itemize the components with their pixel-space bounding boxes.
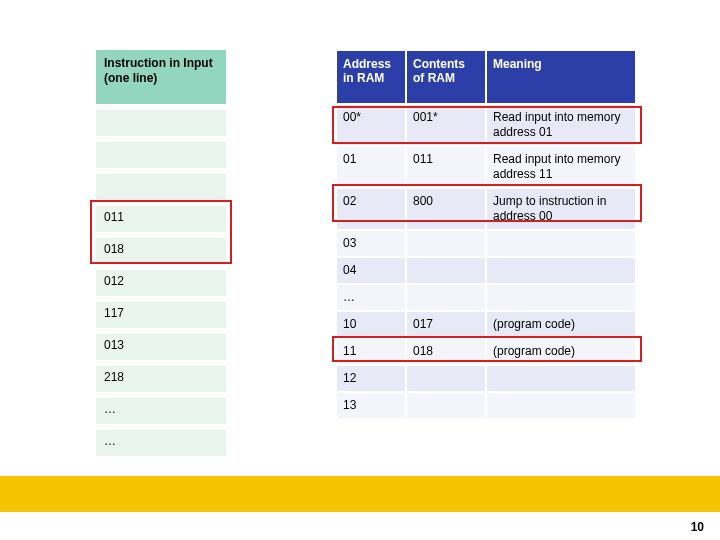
ram-cell-addr: 03 — [336, 230, 406, 257]
ram-cell-addr: 10 — [336, 311, 406, 338]
input-row — [96, 110, 226, 136]
ram-header-address: Address in RAM — [336, 50, 406, 104]
ram-cell-addr: 11 — [336, 338, 406, 365]
input-row: 117 — [96, 302, 226, 328]
ram-cell-addr: … — [336, 284, 406, 311]
ram-cell-cont — [406, 284, 486, 311]
ram-row: 12 — [336, 365, 636, 392]
slide: Instruction in Input (one line) 011 018 … — [0, 0, 720, 540]
input-column-header: Instruction in Input (one line) — [96, 50, 226, 104]
ram-cell-addr: 13 — [336, 392, 406, 419]
page-number: 10 — [691, 520, 704, 534]
ram-cell-mean: Jump to instruction in address 00 — [486, 188, 636, 230]
ram-row: … — [336, 284, 636, 311]
ram-cell-mean: Read input into memory address 11 — [486, 146, 636, 188]
ram-cell-addr: 12 — [336, 365, 406, 392]
ram-row: 03 — [336, 230, 636, 257]
ram-cell-addr: 02 — [336, 188, 406, 230]
input-row: 018 — [96, 238, 226, 264]
input-row — [96, 174, 226, 200]
ram-cell-addr: 01 — [336, 146, 406, 188]
ram-cell-addr: 04 — [336, 257, 406, 284]
ram-cell-cont — [406, 365, 486, 392]
ram-cell-mean — [486, 365, 636, 392]
ram-cell-cont — [406, 257, 486, 284]
ram-row: 02 800 Jump to instruction in address 00 — [336, 188, 636, 230]
ram-cell-cont: 800 — [406, 188, 486, 230]
ram-cell-mean: (program code) — [486, 311, 636, 338]
ram-header-contents: Contents of RAM — [406, 50, 486, 104]
ram-cell-cont: 001* — [406, 104, 486, 146]
ram-cell-cont — [406, 230, 486, 257]
input-column: Instruction in Input (one line) 011 018 … — [96, 50, 226, 456]
input-row: 013 — [96, 334, 226, 360]
ram-cell-mean — [486, 230, 636, 257]
ram-cell-mean: Read input into memory address 01 — [486, 104, 636, 146]
input-row — [96, 142, 226, 168]
ram-cell-mean — [486, 392, 636, 419]
input-row: 218 — [96, 366, 226, 392]
ram-cell-cont: 017 — [406, 311, 486, 338]
ram-row: 00* 001* Read input into memory address … — [336, 104, 636, 146]
input-row: … — [96, 398, 226, 424]
ram-row: 13 — [336, 392, 636, 419]
input-row: 012 — [96, 270, 226, 296]
input-row: 011 — [96, 206, 226, 232]
ram-cell-cont: 011 — [406, 146, 486, 188]
ram-header-meaning: Meaning — [486, 50, 636, 104]
ram-row: 11 018 (program code) — [336, 338, 636, 365]
ram-row: 01 011 Read input into memory address 11 — [336, 146, 636, 188]
ram-cell-cont — [406, 392, 486, 419]
input-row: … — [96, 430, 226, 456]
ram-cell-cont: 018 — [406, 338, 486, 365]
ram-table: Address in RAM Contents of RAM Meaning 0… — [336, 50, 636, 419]
ram-cell-addr: 00* — [336, 104, 406, 146]
ram-cell-mean: (program code) — [486, 338, 636, 365]
ram-row: 04 — [336, 257, 636, 284]
ram-row: 10 017 (program code) — [336, 311, 636, 338]
ram-cell-mean — [486, 257, 636, 284]
ram-cell-mean — [486, 284, 636, 311]
footer-bar — [0, 476, 720, 512]
